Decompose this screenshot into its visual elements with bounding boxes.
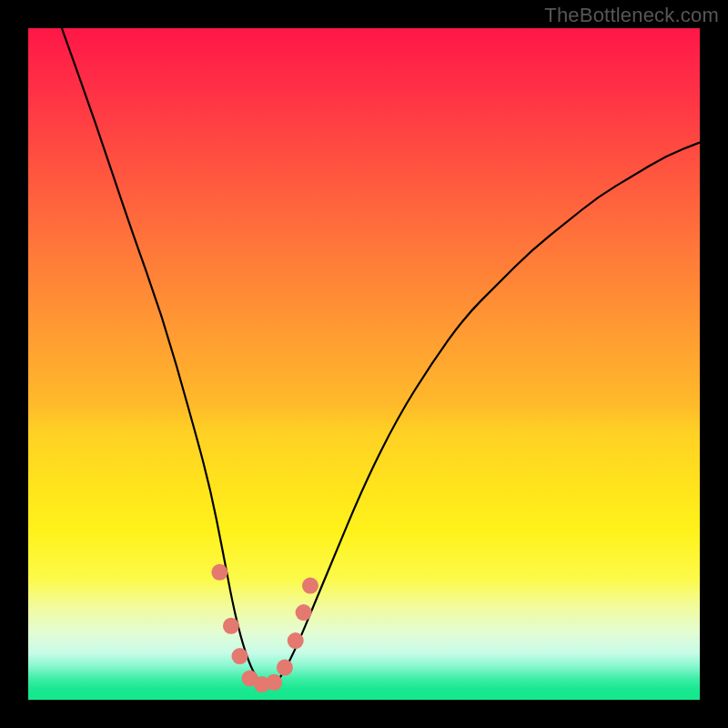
curve-marker bbox=[231, 648, 248, 664]
bottleneck-curve-line bbox=[62, 28, 700, 686]
curve-marker bbox=[277, 660, 293, 676]
watermark-text: TheBottleneck.com bbox=[544, 4, 719, 27]
curve-marker bbox=[211, 564, 228, 581]
curve-marker bbox=[302, 578, 318, 594]
plot-area bbox=[28, 28, 700, 700]
marker-group bbox=[211, 564, 318, 693]
curve-marker bbox=[296, 604, 312, 621]
curve-marker bbox=[288, 632, 304, 649]
curve-marker bbox=[223, 618, 239, 634]
chart-frame: TheBottleneck.com bbox=[0, 0, 728, 728]
chart-svg bbox=[28, 28, 700, 700]
curve-marker bbox=[266, 674, 282, 691]
